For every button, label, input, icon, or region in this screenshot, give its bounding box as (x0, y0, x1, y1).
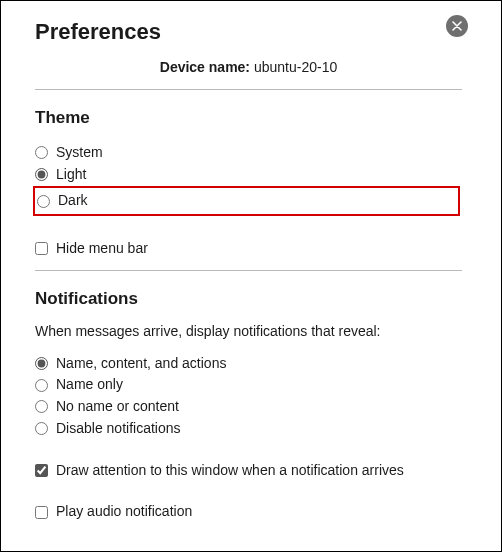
theme-radio-light[interactable] (35, 168, 48, 181)
theme-radio-dark[interactable] (37, 195, 50, 208)
notifications-description: When messages arrive, display notificati… (35, 323, 462, 339)
notify-radio-disable[interactable] (35, 422, 48, 435)
play-audio-checkbox[interactable] (35, 506, 48, 519)
notify-option-name[interactable]: Name only (35, 374, 462, 396)
preferences-scroll[interactable]: Preferences Device name: ubuntu-20-10 Th… (1, 1, 496, 551)
hide-menu-bar-option[interactable]: Hide menu bar (35, 238, 462, 260)
draw-attention-option[interactable]: Draw attention to this window when a not… (35, 460, 462, 482)
play-audio-option[interactable]: Play audio notification (35, 501, 462, 523)
theme-option-light[interactable]: Light (35, 164, 462, 186)
theme-label-system: System (56, 142, 103, 164)
hide-menu-bar-checkbox[interactable] (35, 242, 48, 255)
notify-label-full: Name, content, and actions (56, 353, 226, 375)
device-name-value: ubuntu-20-10 (254, 59, 337, 75)
notify-radio-name[interactable] (35, 379, 48, 392)
theme-heading: Theme (35, 108, 462, 128)
theme-radio-system[interactable] (35, 146, 48, 159)
theme-option-system[interactable]: System (35, 142, 462, 164)
device-name-label: Device name: (160, 59, 250, 75)
divider (35, 270, 462, 271)
theme-label-dark: Dark (58, 190, 88, 212)
highlight-box: Dark (33, 186, 460, 216)
close-button[interactable] (446, 15, 468, 37)
notify-radio-full[interactable] (35, 357, 48, 370)
theme-label-light: Light (56, 164, 86, 186)
notify-option-full[interactable]: Name, content, and actions (35, 353, 462, 375)
draw-attention-checkbox[interactable] (35, 464, 48, 477)
notify-label-disable: Disable notifications (56, 418, 181, 440)
notify-radio-none[interactable] (35, 400, 48, 413)
notify-label-none: No name or content (56, 396, 179, 418)
device-name-line: Device name: ubuntu-20-10 (35, 59, 462, 75)
notifications-heading: Notifications (35, 289, 462, 309)
notify-option-disable[interactable]: Disable notifications (35, 418, 462, 440)
divider (35, 89, 462, 90)
play-audio-label: Play audio notification (56, 501, 192, 523)
page-title: Preferences (35, 19, 462, 45)
theme-option-dark[interactable]: Dark (37, 190, 454, 212)
header: Preferences (35, 19, 462, 45)
hide-menu-bar-label: Hide menu bar (56, 238, 148, 260)
notify-option-none[interactable]: No name or content (35, 396, 462, 418)
notify-label-name: Name only (56, 374, 123, 396)
draw-attention-label: Draw attention to this window when a not… (56, 460, 404, 482)
close-icon (452, 21, 462, 31)
